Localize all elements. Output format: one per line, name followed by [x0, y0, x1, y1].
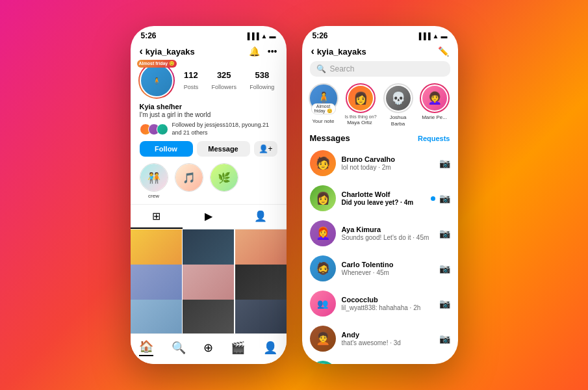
bottom-nav: 🏠 🔍 ⊕ 🎬 👤	[131, 333, 287, 364]
back-icon[interactable]: ‹	[140, 46, 143, 57]
joshua-label: Joshua Barba	[383, 114, 413, 127]
bruno-content: Bruno Carvalho lol not today · 2m	[342, 155, 433, 171]
messages-header-left: ‹ kyia_kayaks	[311, 46, 366, 57]
follow-button[interactable]: Follow	[140, 141, 193, 157]
bruno-avatar: 🧑	[310, 150, 336, 176]
profile-avatar-ring: 🧍	[138, 62, 175, 99]
followed-text: Followed by jessjess1018, pyoung.21 and …	[172, 122, 277, 136]
message-item-bruno[interactable]: 🧑 Bruno Carvalho lol not today · 2m 📷	[302, 146, 458, 181]
messages-status-icons: ▐▐▐ ▲ ▬	[416, 32, 447, 40]
battery-icon: ▬	[270, 32, 276, 40]
profile-header-left: ‹ kyia_kayaks	[140, 46, 195, 57]
followed-avatar-3	[157, 124, 168, 135]
maya-avatar-ring: 👩	[346, 83, 376, 113]
message-item-daniela[interactable]: 👩‍🦳 Daniela Giménez Wait, is that correc…	[302, 356, 458, 364]
highlight-label-1: crew	[140, 193, 168, 199]
aya-content: Aya Kimura Sounds good! Let's do it · 45…	[342, 226, 433, 241]
nav-create[interactable]: ⊕	[203, 339, 213, 356]
cococclub-avatar: 👥	[310, 291, 336, 317]
highlights-row: 🧑‍🤝‍🧑 crew 🎵 🌿	[131, 159, 287, 203]
edit-icon[interactable]: ✏️	[438, 46, 449, 57]
highlight-circle-2: 🎵	[175, 163, 203, 192]
camera-icon-cococclub[interactable]: 📷	[439, 298, 450, 309]
aya-avatar: 👩‍🦰	[310, 220, 336, 246]
aya-name: Aya Kimura	[342, 226, 433, 233]
bruno-actions: 📷	[439, 158, 450, 168]
highlight-circle-1: 🧑‍🤝‍🧑	[140, 163, 168, 192]
charlotte-name: Charlotte Wolf	[342, 190, 425, 198]
message-item-cococclub[interactable]: 👥 Cococclub lil_wyatt838: hahahaha · 2h …	[302, 286, 458, 321]
camera-icon-charlotte[interactable]: 📷	[439, 193, 450, 203]
highlight-img-1: 🧑‍🤝‍🧑	[140, 164, 168, 191]
highlight-3[interactable]: 🌿	[210, 163, 238, 199]
tab-reels[interactable]: ▶	[183, 205, 235, 229]
messages-section-header: Messages Requests	[302, 131, 458, 146]
nav-profile[interactable]: 👤	[263, 339, 277, 356]
search-placeholder: Search	[330, 64, 355, 73]
camera-icon-aya[interactable]: 📷	[439, 228, 450, 239]
stat-followers: 325 Followers	[211, 70, 236, 92]
unread-dot-charlotte	[431, 196, 435, 201]
photo-9[interactable]	[235, 300, 287, 333]
message-item-aya[interactable]: 👩‍🦰 Aya Kimura Sounds good! Let's do it …	[302, 216, 458, 251]
carlo-content: Carlo Tolentino Whenever · 45m	[342, 261, 433, 276]
followers-count: 325	[211, 70, 236, 80]
nav-home[interactable]: 🏠	[139, 339, 153, 356]
stat-following: 538 Following	[249, 70, 274, 92]
more-icon[interactable]: •••	[268, 46, 277, 57]
note-badge: Almostfriday 😊	[311, 103, 335, 114]
followers-label: Followers	[211, 84, 236, 90]
profile-time: 5:26	[141, 31, 157, 40]
message-button[interactable]: Message	[197, 141, 250, 157]
maya-label: Maya Ortiz	[345, 120, 375, 126]
carlo-preview: Whenever · 45m	[342, 269, 433, 276]
camera-icon-carlo[interactable]: 📷	[439, 263, 450, 274]
posts-label: Posts	[184, 84, 199, 90]
joshua-avatar-ring: 💀	[383, 83, 413, 113]
charlotte-avatar: 👩	[310, 185, 336, 211]
requests-link[interactable]: Requests	[418, 135, 450, 142]
story-marie[interactable]: 👩‍🦱 Marie Pe...	[420, 83, 450, 127]
cococclub-preview: lil_wyatt838: hahahaha · 2h	[342, 304, 433, 311]
andy-actions: 📷	[439, 333, 450, 344]
charlotte-preview: Did you leave yet? · 4m	[342, 199, 425, 206]
your-note-label: Your note	[309, 118, 339, 125]
following-count: 538	[249, 70, 274, 80]
story-your-note[interactable]: 🧍 Almostfriday 😊 Your note	[309, 83, 339, 127]
camera-icon-andy[interactable]: 📷	[439, 333, 450, 344]
bio-name: Kyia she/her	[140, 103, 277, 110]
bell-icon[interactable]: 🔔	[249, 46, 260, 57]
highlight-2[interactable]: 🎵	[175, 163, 203, 199]
message-item-charlotte[interactable]: 👩 Charlotte Wolf Did you leave yet? · 4m…	[302, 181, 458, 216]
messages-back-icon[interactable]: ‹	[311, 46, 314, 57]
nav-reels[interactable]: 🎬	[231, 339, 245, 356]
charlotte-content: Charlotte Wolf Did you leave yet? · 4m	[342, 190, 425, 206]
highlight-img-2: 🎵	[175, 164, 203, 191]
tab-tagged[interactable]: 👤	[235, 205, 287, 229]
messages-phone: 5:26 ▐▐▐ ▲ ▬ ‹ kyia_kayaks ✏️ 🔍 Search 🧍…	[302, 26, 458, 364]
profile-status-icons: ▐▐▐ ▲ ▬	[245, 32, 275, 40]
photo-8[interactable]	[183, 300, 234, 333]
nav-search[interactable]: 🔍	[172, 339, 186, 356]
marie-avatar: 👩‍🦱	[422, 86, 447, 110]
daniela-avatar: 👩‍🦳	[310, 361, 336, 364]
search-bar[interactable]: 🔍 Search	[310, 61, 450, 77]
following-label: Following	[249, 84, 274, 90]
story-joshua[interactable]: 💀 Joshua Barba	[383, 83, 413, 127]
photo-grid	[131, 229, 287, 333]
message-item-carlo[interactable]: 🧔 Carlo Tolentino Whenever · 45m 📷	[302, 251, 458, 286]
story-maya[interactable]: 👩 Is this thing on? Maya Ortiz	[345, 83, 377, 127]
message-item-andy[interactable]: 🧑‍🦱 Andy that's awesome! · 3d 📷	[302, 321, 458, 356]
carlo-name: Carlo Tolentino	[342, 261, 433, 268]
battery-icon-2: ▬	[441, 32, 448, 40]
profile-header-right: 🔔 •••	[249, 46, 277, 57]
highlight-1[interactable]: 🧑‍🤝‍🧑 crew	[140, 163, 168, 199]
camera-icon-bruno[interactable]: 📷	[439, 158, 450, 168]
tab-grid[interactable]: ⊞	[131, 205, 183, 229]
followed-by-detail: Followed by jessjess1018, pyoung.21 and …	[172, 122, 270, 136]
messages-header: ‹ kyia_kayaks ✏️	[302, 43, 458, 60]
add-friend-button[interactable]: 👤+	[254, 141, 277, 157]
marie-avatar-ring: 👩‍🦱	[420, 83, 450, 113]
maya-avatar: 👩	[348, 86, 373, 110]
photo-7[interactable]	[131, 300, 182, 333]
